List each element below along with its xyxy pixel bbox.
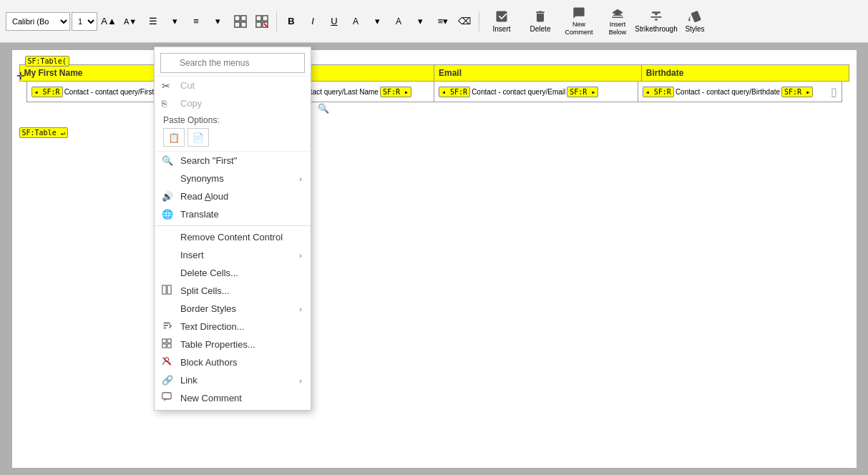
align-button[interactable]: ≡▾ <box>433 11 453 31</box>
separator-1 <box>276 11 277 31</box>
read-aloud-label: Read Aloud <box>180 191 228 202</box>
svg-rect-10 <box>167 285 171 294</box>
shrink-font-button[interactable]: A▼ <box>120 11 140 31</box>
styles-label: Styles <box>685 25 704 33</box>
read-aloud-menu-item[interactable]: 🔊 Read Aloud <box>155 187 311 205</box>
delete-label: Delete <box>530 25 551 33</box>
strikethrough-button[interactable]: Strikethrough <box>638 6 674 37</box>
sf-r-tag-4b: SF:R ▸ <box>781 87 813 97</box>
header-email: Email <box>434 65 642 81</box>
strikethrough-label: Strikethrough <box>635 25 677 33</box>
split-cells-icon <box>162 285 172 297</box>
numbering-dropdown[interactable]: ▾ <box>208 11 228 31</box>
split-cells-menu-item[interactable]: Split Cells... <box>155 282 311 300</box>
table-header-row: My First Name Last Name Email Birthdate <box>19 64 849 82</box>
remove-content-control-label: Remove Content Control <box>180 232 283 243</box>
bullets-dropdown[interactable]: ▾ <box>165 11 185 31</box>
font-size-select[interactable]: 11 <box>72 12 97 31</box>
synonyms-label: Synonyms <box>180 173 224 184</box>
link-icon: 🔗 <box>162 375 173 386</box>
search-input[interactable] <box>160 53 305 73</box>
move-cursor-icon: ✛ <box>16 70 25 82</box>
context-menu: 🔍 ✂ Cut ⎘ Copy Paste Options: 📋 📄 🔍 Sear… <box>154 46 311 411</box>
delete-cells-menu-item[interactable]: Delete Cells... <box>155 264 311 282</box>
link-label: Link <box>180 375 198 386</box>
new-comment-label: New Comment <box>180 393 242 403</box>
separator-2 <box>479 11 479 31</box>
delete-button[interactable]: Delete <box>522 6 558 37</box>
eraser-button[interactable] <box>252 11 272 31</box>
font-name-select[interactable]: Calibri (Bo <box>6 12 70 31</box>
font-controls: Calibri (Bo 11 A▲ A▼ <box>6 11 140 31</box>
synonyms-menu-item[interactable]: Synonyms › <box>155 170 311 187</box>
svg-line-8 <box>264 23 268 26</box>
block-authors-menu-item[interactable]: Block Authors <box>155 353 311 371</box>
paste-unformat-button[interactable]: 📄 <box>187 128 209 147</box>
sf-r-tag-4a: ◂ SF:R <box>643 87 674 97</box>
context-menu-search-container <box>155 50 311 77</box>
search-first-menu-item[interactable]: 🔍 Search "First" <box>155 152 311 170</box>
font-color-dropdown[interactable]: ▾ <box>367 11 387 31</box>
table-grid-button[interactable] <box>230 11 250 31</box>
font-color-button[interactable]: A <box>346 11 366 31</box>
translate-menu-item[interactable]: 🌐 Translate <box>155 205 311 223</box>
cut-menu-item[interactable]: ✂ Cut <box>155 77 311 94</box>
svg-rect-14 <box>167 344 171 348</box>
insert-label: Insert <box>492 25 510 33</box>
insert-menu-item[interactable]: Insert › <box>155 246 311 264</box>
grow-font-button[interactable]: A▲ <box>99 11 119 31</box>
new-comment-toolbar-button[interactable]: NewComment <box>561 6 597 37</box>
table-properties-icon <box>162 338 172 351</box>
svg-rect-4 <box>256 15 261 20</box>
highlight-button[interactable]: A <box>389 11 409 31</box>
svg-rect-11 <box>162 339 166 343</box>
document-page: ✛ SF:Table( My First Name Last Name Emai… <box>12 50 857 468</box>
table-data-row: ◂ SF:R Contact - contact query/First Nam… <box>26 82 842 102</box>
read-aloud-icon: 🔊 <box>162 191 173 202</box>
new-comment-toolbar-label: NewComment <box>565 21 593 36</box>
insert-below-button[interactable]: InsertBelow <box>600 6 635 37</box>
svg-rect-3 <box>241 21 246 26</box>
text-direction-menu-item[interactable]: Text Direction... <box>155 318 311 336</box>
border-styles-label: Border Styles <box>180 303 236 314</box>
paste-options-container: Paste Options: 📋 📄 <box>155 112 311 152</box>
numbering-button[interactable]: ≡ <box>186 11 206 31</box>
list-controls: ☰ ▾ ≡ ▾ <box>143 11 228 31</box>
svg-rect-2 <box>235 21 240 26</box>
insert-arrow-icon: › <box>299 251 302 260</box>
insert-button[interactable]: Insert <box>484 6 520 37</box>
bullets-button[interactable]: ☰ <box>143 11 163 31</box>
highlight-dropdown[interactable]: ▾ <box>410 11 430 31</box>
delete-cells-label: Delete Cells... <box>180 268 238 278</box>
svg-rect-5 <box>263 15 268 20</box>
sf-r-tag-1a: ◂ SF:R <box>31 87 63 97</box>
sf-table-tag: SF:Table( <box>25 56 69 67</box>
block-authors-label: Block Authors <box>180 357 238 368</box>
link-arrow-icon: › <box>299 376 302 385</box>
italic-button[interactable]: I <box>303 11 323 31</box>
paste-keep-format-button[interactable]: 📋 <box>163 128 185 147</box>
insert-label: Insert <box>180 250 204 260</box>
link-menu-item[interactable]: 🔗 Link › <box>155 371 311 389</box>
sf-r-tag-2b: SF:R ▸ <box>380 87 411 97</box>
border-styles-menu-item[interactable]: Border Styles › <box>155 300 311 318</box>
search-first-icon: 🔍 <box>162 155 173 166</box>
translate-icon: 🌐 <box>162 209 173 220</box>
underline-button[interactable]: U <box>324 11 344 31</box>
copy-menu-item[interactable]: ⎘ Copy <box>155 94 311 112</box>
table-controls <box>230 11 272 31</box>
text-direction-label: Text Direction... <box>180 321 245 332</box>
svg-rect-9 <box>162 285 166 294</box>
remove-content-control-menu-item[interactable]: Remove Content Control <box>155 228 311 246</box>
header-birthdate: Birthdate <box>642 65 849 81</box>
sf-table-bottom-tag: SF:Table ↵ <box>19 127 68 138</box>
new-comment-menu-item[interactable]: New Comment <box>155 389 311 407</box>
block-authors-icon <box>162 356 172 368</box>
copy-icon: ⎘ <box>162 99 167 109</box>
cut-label: Cut <box>180 80 195 91</box>
styles-button[interactable]: Styles <box>677 6 713 37</box>
table-properties-menu-item[interactable]: Table Properties... <box>155 336 311 353</box>
data-table: My First Name Last Name Email Birthdate … <box>19 64 849 102</box>
bold-button[interactable]: B <box>281 11 301 31</box>
eraser2-button[interactable]: ⌫ <box>454 11 474 31</box>
